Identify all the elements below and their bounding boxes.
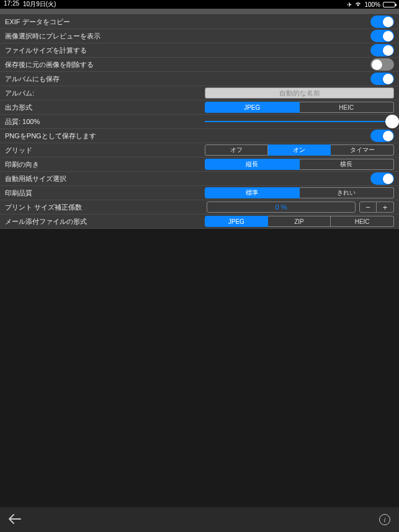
seg-output-format: JPEG HEIC	[205, 102, 394, 113]
row-png: PNGをPNGとして保存します	[0, 129, 399, 143]
toggle-filesize[interactable]	[370, 44, 394, 56]
label-album: アルバム:	[5, 89, 205, 98]
battery-pct: 100%	[364, 1, 380, 8]
footer-bar: i	[0, 507, 399, 532]
slider-thumb[interactable]	[385, 115, 399, 128]
settings-list: EXIF データをコピー 画像選択時にプレビューを表示 ファイルサイズを計算する…	[0, 15, 399, 229]
slider-quality[interactable]	[205, 121, 394, 122]
row-correction: プリント サイズ補正係数 0 % − +	[0, 200, 399, 215]
toggle-auto-paper[interactable]	[370, 172, 394, 185]
label-mail-format: メール添付ファイルの形式	[5, 217, 205, 226]
row-output-format: 出力形式 JPEG HEIC	[0, 100, 399, 115]
seg-output-heic[interactable]: HEIC	[300, 102, 395, 113]
toggle-png[interactable]	[370, 130, 394, 142]
row-delete-after: 保存後に元の画像を削除する	[0, 58, 399, 72]
airplane-icon: ✈	[347, 1, 352, 8]
label-delete-after: 保存後に元の画像を削除する	[5, 60, 370, 69]
label-orientation: 印刷の向き	[5, 160, 205, 169]
status-date: 10月9日(火)	[23, 0, 56, 9]
seg-grid-on[interactable]: オン	[268, 144, 331, 156]
status-bar: 17:25 10月9日(火) ✈ 100%	[0, 0, 399, 9]
wifi-icon	[354, 1, 362, 8]
battery-icon	[383, 2, 395, 7]
seg-mail: JPEG ZIP HEIC	[205, 216, 394, 227]
row-save-album: アルバムにも保存	[0, 72, 399, 86]
stepper-correction: − +	[359, 202, 394, 213]
toggle-save-album[interactable]	[370, 73, 394, 85]
seg-grid: オフ オン タイマー	[205, 144, 394, 156]
label-correction: プリント サイズ補正係数	[5, 203, 207, 212]
row-mail-format: メール添付ファイルの形式 JPEG ZIP HEIC	[0, 215, 399, 229]
label-output-format: 出力形式	[5, 103, 205, 112]
row-grid: グリッド オフ オン タイマー	[0, 143, 399, 157]
seg-grid-off[interactable]: オフ	[205, 144, 268, 156]
seg-orientation-landscape[interactable]: 横長	[300, 159, 395, 170]
seg-pq-standard[interactable]: 標準	[205, 187, 300, 198]
stepper-plus[interactable]: +	[377, 202, 394, 213]
label-save-album: アルバムにも保存	[5, 74, 370, 84]
label-grid: グリッド	[5, 146, 205, 155]
label-print-quality: 印刷品質	[5, 188, 205, 198]
row-auto-paper: 自動用紙サイズ選択	[0, 172, 399, 186]
status-time: 17:25	[4, 0, 19, 9]
seg-mail-zip[interactable]: ZIP	[268, 216, 331, 227]
seg-orientation: 縦長 横長	[205, 159, 394, 170]
row-orientation: 印刷の向き 縦長 横長	[0, 157, 399, 172]
row-copy-exif: EXIF データをコピー	[0, 15, 399, 29]
label-auto-paper: 自動用紙サイズ選択	[5, 174, 370, 184]
seg-grid-timer[interactable]: タイマー	[331, 144, 394, 156]
toggle-preview[interactable]	[370, 30, 394, 42]
label-filesize: ファイルサイズを計算する	[5, 46, 370, 55]
header-strip	[0, 9, 399, 15]
correction-value[interactable]: 0 %	[207, 202, 356, 213]
row-filesize: ファイルサイズを計算する	[0, 43, 399, 58]
label-png: PNGをPNGとして保存します	[5, 131, 370, 141]
row-preview: 画像選択時にプレビューを表示	[0, 29, 399, 43]
row-print-quality: 印刷品質 標準 きれい	[0, 186, 399, 200]
label-quality: 品質: 100%	[5, 117, 205, 126]
seg-mail-jpeg[interactable]: JPEG	[205, 216, 268, 227]
seg-orientation-portrait[interactable]: 縦長	[205, 159, 300, 170]
label-preview: 画像選択時にプレビューを表示	[5, 32, 370, 41]
seg-pq-fine[interactable]: きれい	[300, 187, 395, 198]
info-button[interactable]: i	[379, 514, 390, 525]
stepper-minus[interactable]: −	[359, 202, 377, 213]
row-album-name: アルバム: 自動的な名前	[0, 86, 399, 100]
seg-print-quality: 標準 きれい	[205, 187, 394, 198]
back-button[interactable]	[9, 513, 21, 527]
input-album-name[interactable]: 自動的な名前	[205, 87, 394, 99]
toggle-delete-after[interactable]	[370, 58, 394, 71]
seg-mail-heic[interactable]: HEIC	[331, 216, 394, 227]
seg-output-jpeg[interactable]: JPEG	[205, 102, 300, 113]
toggle-copy-exif[interactable]	[370, 16, 394, 28]
label-copy-exif: EXIF データをコピー	[5, 17, 370, 27]
row-quality: 品質: 100%	[0, 115, 399, 129]
